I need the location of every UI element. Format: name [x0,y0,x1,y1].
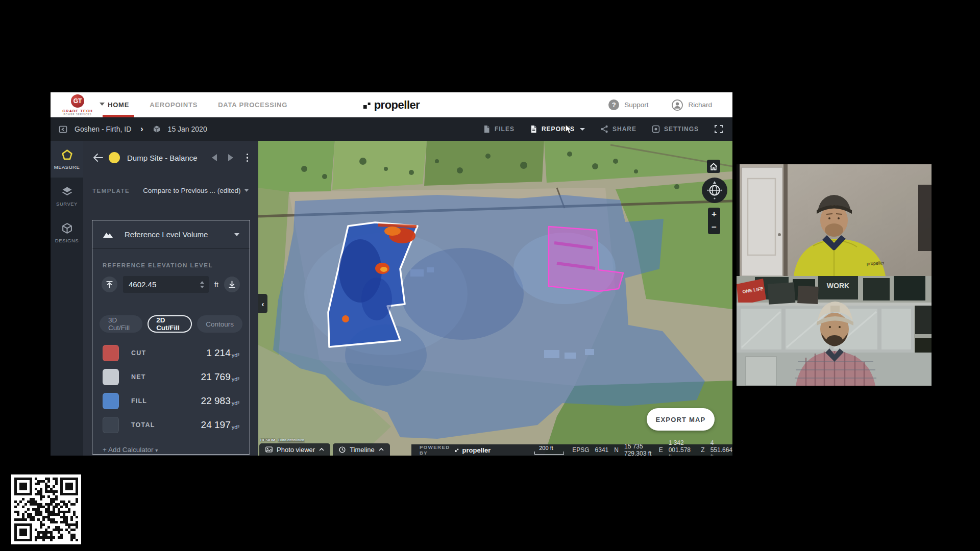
chevron-up-icon [319,448,324,451]
tab-home[interactable]: HOME [108,92,129,117]
map-canvas[interactable]: ‹ + − EXPORT MAP [258,141,732,456]
volume-calculator-card: Reference Level Volume REFERENCE ELEVATI… [92,220,250,455]
add-calculator-button[interactable]: + Add Calculator ▾ [103,446,239,454]
elevation-input-wrap [123,276,209,293]
tool-sidebar: MEASURE SURVEY DESIGNS [51,141,83,456]
fill-color-swatch [103,393,119,409]
net-color-swatch [103,369,119,385]
elevation-stepper[interactable] [200,281,204,288]
timeline-tab[interactable]: Timeline [333,443,390,456]
zoom-out-button[interactable]: − [708,221,720,234]
lower-to-min-button[interactable] [224,277,240,292]
view-contours-button[interactable]: Contours [197,315,242,333]
measurement-title: Dump Site - Balance [127,154,212,162]
photo-viewer-label: Photo viewer [277,446,315,454]
panel-collapse-button[interactable]: ‹ [258,294,267,313]
home-icon [709,163,718,170]
data-attribution-link[interactable]: Data attribution [278,438,304,442]
brand-subtitle: POWER SERVICES [58,114,97,116]
help-icon: ? [608,99,619,110]
map-scale: 200 ft [534,445,564,455]
total-color-swatch [103,417,119,433]
dataset-cube-icon [153,125,161,133]
volume-results: CUT 1 214 yd³ NET 21 769 yd³ FILL 22 983 [103,344,239,434]
sidebar-label: MEASURE [54,164,80,170]
calculator-collapse-caret-icon[interactable] [234,233,239,236]
photo-viewer-tab[interactable]: Photo viewer [259,443,330,456]
result-label: TOTAL [131,421,155,429]
globe-icon [704,180,725,201]
cut-color-swatch [103,345,119,361]
cursor-coordinates: EPSG6341 N15 735 729.303 ft E1 342 001.5… [572,439,732,456]
layers-icon [61,186,73,197]
raise-to-max-button[interactable] [102,277,117,292]
zoom-in-button[interactable]: + [708,208,720,221]
fullscreen-icon[interactable] [714,124,723,134]
breadcrumb-chevron-icon: › [140,124,143,134]
share-icon [600,125,608,133]
result-unit: yd³ [232,376,239,382]
tab-aeropoints[interactable]: AEROPOINTS [150,92,198,117]
webcam-participant-1: propeller [737,164,932,276]
photo-icon [265,446,273,453]
back-arrow-icon[interactable] [92,153,104,162]
result-unit: yd³ [232,400,239,406]
sidebar-item-measure[interactable]: MEASURE [51,141,83,178]
breadcrumb-site[interactable]: Goshen - Firth, ID [75,125,131,133]
user-name: Richard [688,101,712,109]
view-2d-cutfill-button[interactable]: 2D Cut/Fill [148,315,192,333]
org-dropdown-caret-icon[interactable] [100,103,105,106]
result-unit: yd³ [232,424,239,430]
result-value: 22 983 [201,395,231,407]
next-measurement-button[interactable] [228,154,233,161]
result-value: 1 214 [206,347,231,359]
share-button[interactable]: SHARE [600,125,636,133]
measure-panel: Dump Site - Balance TEMPLATE Compare to … [83,141,258,456]
template-dropdown[interactable]: Compare to Previous ... (edited) [143,187,240,194]
brand-name: GRADE TECH [58,109,97,113]
support-button[interactable]: ? Support [608,99,648,110]
map-home-button[interactable] [707,160,720,173]
propeller-logomark-icon [363,101,371,109]
result-row-cut: CUT 1 214 yd³ [103,344,239,362]
prev-measurement-button[interactable] [212,154,217,161]
result-unit: yd³ [232,352,239,358]
result-value: 24 197 [201,419,231,431]
result-row-fill: FILL 22 983 yd³ [103,392,239,410]
sidebar-label: DESIGNS [55,238,79,243]
settings-button[interactable]: SETTINGS [652,125,699,133]
map-compass-control[interactable] [702,178,727,203]
elevation-input[interactable] [128,280,200,289]
settings-icon [652,125,660,133]
reports-button[interactable]: REPORTS [530,125,585,133]
export-map-button[interactable]: EXPORT MAP [647,408,715,431]
step-down-icon[interactable] [200,286,204,288]
cesium-logo: CESIUM [260,438,275,442]
calculator-title: Reference Level Volume [125,230,234,239]
site-switcher-icon[interactable] [59,125,67,134]
chevron-up-icon [379,448,384,451]
map-zoom-control: + − [708,208,720,234]
map-status-bar: POWERED BY propeller 200 ft EPSG6341 N15… [411,444,732,456]
more-options-button[interactable] [244,153,251,163]
sidebar-item-survey[interactable]: SURVEY [51,178,83,214]
view-3d-cutfill-button[interactable]: 3D Cut/Fill [100,315,142,333]
support-label: Support [624,101,648,109]
user-menu[interactable]: Richard [672,99,712,111]
site-toolbar: Goshen - Firth, ID › 15 Jan 2020 FILES [51,117,732,141]
template-label: TEMPLATE [92,188,130,194]
report-icon [530,125,537,133]
reference-elevation-label: REFERENCE ELEVATION LEVEL [103,262,239,268]
mountain-icon [103,231,113,238]
tab-data-processing[interactable]: DATA PROCESSING [218,92,287,117]
files-button[interactable]: FILES [483,125,514,133]
propeller-logo: propeller [363,92,420,117]
measure-pentagon-icon [61,149,73,161]
layer-color-dot[interactable] [109,152,120,163]
survey-date[interactable]: 15 Jan 2020 [168,125,207,133]
propeller-wordmark: propeller [374,98,420,112]
step-up-icon[interactable] [200,281,204,284]
primary-tabs: HOME AEROPOINTS DATA PROCESSING [108,92,287,117]
propeller-logomark-icon [455,447,459,453]
sidebar-item-designs[interactable]: DESIGNS [51,214,83,251]
